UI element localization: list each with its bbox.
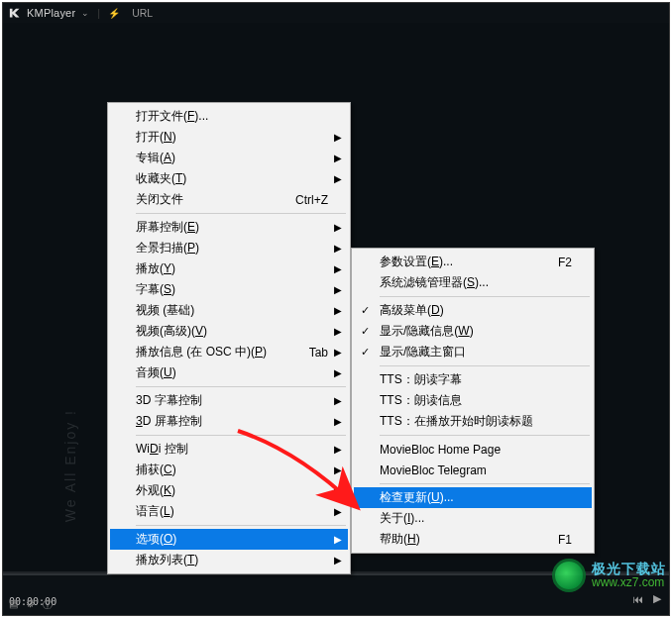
submenu-arrow-icon: ▶ <box>334 173 342 184</box>
menu-item-label: 关于(I)... <box>380 510 572 527</box>
title-bar: KMPlayer ⌄ | ⚡ URL <box>3 3 669 23</box>
menu-item-label: 视频(高级)(V) <box>136 323 328 340</box>
menu-item-preferences[interactable]: 参数设置(E)...F2 <box>354 252 592 272</box>
menu-item-playlist[interactable]: 播放列表(T)▶ <box>110 550 348 570</box>
title-dropdown-icon[interactable]: ⌄ <box>81 8 89 18</box>
menu-item-label: TTS：朗读字幕 <box>380 371 572 388</box>
menu-item-label: 播放信息 (在 OSC 中)(P) <box>136 344 301 360</box>
menu-item-label: 语言(L) <box>136 503 328 520</box>
menu-shortcut: F1 <box>558 533 572 547</box>
menu-item-play-info-osc[interactable]: 播放信息 (在 OSC 中)(P)Tab▶ <box>110 342 348 362</box>
url-button[interactable]: URL <box>132 7 153 19</box>
context-menu-main[interactable]: 打开文件(F)...打开(N)▶专辑(A)▶收藏夹(T)▶关闭文件Ctrl+Z屏… <box>107 102 351 574</box>
submenu-arrow-icon: ▶ <box>334 485 342 496</box>
kmplayer-logo-icon <box>9 7 23 19</box>
menu-item-skin[interactable]: 外观(K)▶ <box>110 480 348 501</box>
menu-item-label: 音频(U) <box>136 364 328 381</box>
menu-item-audio[interactable]: 音频(U)▶ <box>110 362 348 383</box>
menu-item-widi[interactable]: WiDi 控制▶ <box>110 439 348 460</box>
list-icon[interactable]: ▤ <box>9 598 18 612</box>
menu-shortcut: F2 <box>558 256 572 269</box>
menu-item-about[interactable]: 关于(I)... <box>354 508 592 529</box>
control-icons-left: ▤ ⚙ ⓘ <box>9 598 53 612</box>
menu-item-open[interactable]: 打开(N)▶ <box>110 127 348 148</box>
submenu-arrow-icon: ▶ <box>334 153 342 163</box>
menu-item-playback[interactable]: 播放(Y)▶ <box>110 258 348 279</box>
menu-item-moviebloc-telegram[interactable]: MovieBloc Telegram <box>354 460 592 480</box>
menu-item-close-file[interactable]: 关闭文件Ctrl+Z <box>110 189 348 210</box>
menu-item-moviebloc-home[interactable]: MovieBloc Home Page <box>354 439 592 460</box>
submenu-arrow-icon: ▶ <box>334 506 342 517</box>
submenu-arrow-icon: ▶ <box>334 284 342 295</box>
menu-item-label: 关闭文件 <box>136 191 287 208</box>
menu-item-filter-manager[interactable]: 系统滤镜管理器(S)... <box>354 272 592 293</box>
menu-item-check-updates[interactable]: 检查更新(U)... <box>354 487 592 508</box>
settings-icon[interactable]: ⚙ <box>26 598 35 612</box>
app-title[interactable]: KMPlayer <box>27 7 75 19</box>
submenu-arrow-icon: ▶ <box>334 243 342 254</box>
check-icon: ✓ <box>361 325 370 338</box>
menu-item-options[interactable]: 选项(O)▶ <box>110 529 348 550</box>
menu-item-label: 选项(O) <box>136 531 328 548</box>
submenu-arrow-icon: ▶ <box>334 305 342 316</box>
menu-separator <box>136 213 346 214</box>
lightning-icon[interactable]: ⚡ <box>108 8 120 19</box>
menu-item-help[interactable]: 帮助(H)F1 <box>354 529 592 550</box>
menu-separator <box>136 525 346 526</box>
menu-separator <box>136 435 346 436</box>
submenu-arrow-icon: ▶ <box>334 444 342 455</box>
menu-item-video-basic[interactable]: 视频 (基础)▶ <box>110 300 348 321</box>
menu-item-label: 高级菜单(D) <box>380 302 572 319</box>
menu-item-tts-title[interactable]: TTS：在播放开始时朗读标题 <box>354 411 592 432</box>
menu-item-label: 收藏夹(T) <box>136 170 328 187</box>
submenu-arrow-icon: ▶ <box>334 326 342 337</box>
menu-item-label: 外观(K) <box>136 482 328 499</box>
menu-item-label: 打开文件(F)... <box>136 108 328 125</box>
menu-separator <box>380 435 590 436</box>
menu-item-label: 参数设置(E)... <box>380 254 550 270</box>
menu-separator <box>380 483 590 484</box>
menu-item-label: 打开(N) <box>136 129 328 146</box>
submenu-arrow-icon: ▶ <box>334 395 342 406</box>
menu-item-toggle-mainwin[interactable]: ✓显示/隐藏主窗口 <box>354 342 592 362</box>
separator: | <box>97 7 100 19</box>
menu-item-label: 显示/隐藏主窗口 <box>380 344 572 360</box>
menu-item-language[interactable]: 语言(L)▶ <box>110 501 348 522</box>
menu-item-album[interactable]: 专辑(A)▶ <box>110 148 348 168</box>
menu-item-label: 显示/隐藏信息(W) <box>380 323 572 340</box>
menu-item-tts-info[interactable]: TTS：朗读信息 <box>354 390 592 411</box>
menu-item-3d-screen[interactable]: 3D 屏幕控制▶ <box>110 411 348 432</box>
menu-item-video-advanced[interactable]: 视频(高级)(V)▶ <box>110 321 348 342</box>
prev-button[interactable]: ⏮ <box>632 593 643 605</box>
menu-item-3d-subtitle[interactable]: 3D 字幕控制▶ <box>110 390 348 411</box>
submenu-arrow-icon: ▶ <box>334 132 342 143</box>
menu-item-favorites[interactable]: 收藏夹(T)▶ <box>110 168 348 189</box>
menu-item-open-file[interactable]: 打开文件(F)... <box>110 106 348 127</box>
check-icon: ✓ <box>361 304 370 317</box>
menu-item-capture[interactable]: 捕获(C)▶ <box>110 460 348 480</box>
control-icons-right: ⏮ ▶ <box>632 592 661 605</box>
menu-item-advanced-menu[interactable]: ✓高级菜单(D) <box>354 300 592 321</box>
menu-item-label: 屏幕控制(E) <box>136 219 328 236</box>
menu-item-label: 帮助(H) <box>380 531 550 548</box>
menu-item-label: 字幕(S) <box>136 281 328 298</box>
menu-item-screen-control[interactable]: 屏幕控制(E)▶ <box>110 217 348 238</box>
menu-item-label: 全景扫描(P) <box>136 240 328 257</box>
menu-item-subtitle[interactable]: 字幕(S)▶ <box>110 279 348 300</box>
submenu-arrow-icon: ▶ <box>334 416 342 427</box>
menu-item-label: 系统滤镜管理器(S)... <box>380 274 572 291</box>
menu-item-label: 播放列表(T) <box>136 552 328 568</box>
menu-item-pan-scan[interactable]: 全景扫描(P)▶ <box>110 238 348 258</box>
menu-item-label: MovieBloc Telegram <box>380 464 572 477</box>
control-bar: 00:00:00 ▤ ⚙ ⓘ ⏮ ▶ <box>3 571 669 615</box>
menu-item-tts-sub[interactable]: TTS：朗读字幕 <box>354 369 592 390</box>
menu-separator <box>136 386 346 387</box>
context-menu-options[interactable]: 参数设置(E)...F2系统滤镜管理器(S)...✓高级菜单(D)✓显示/隐藏信… <box>351 248 595 554</box>
menu-item-label: 视频 (基础) <box>136 302 328 319</box>
menu-item-toggle-info[interactable]: ✓显示/隐藏信息(W) <box>354 321 592 342</box>
menu-item-label: 3D 屏幕控制 <box>136 413 328 430</box>
play-button[interactable]: ▶ <box>653 592 661 605</box>
menu-item-label: 专辑(A) <box>136 150 328 166</box>
menu-item-label: 3D 字幕控制 <box>136 392 328 409</box>
info-icon[interactable]: ⓘ <box>43 598 53 612</box>
